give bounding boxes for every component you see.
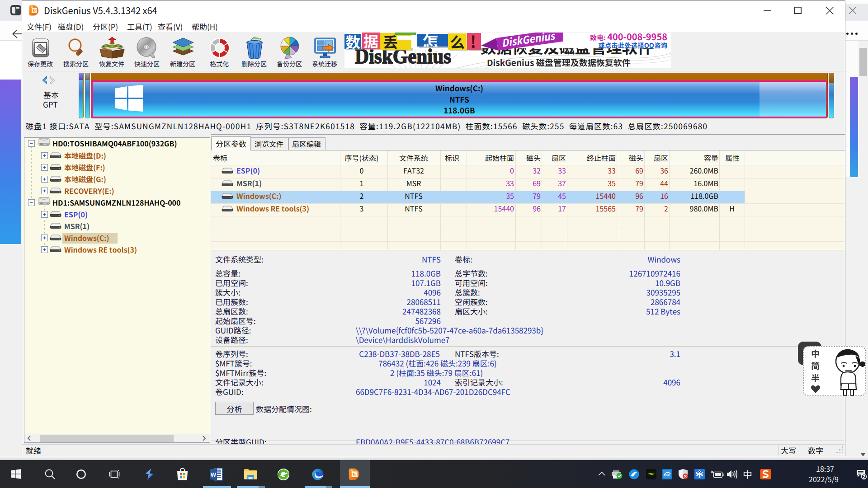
svg-text:2: 2	[863, 474, 865, 479]
svg-text:丢: 丢	[383, 33, 398, 52]
svg-text:据: 据	[363, 33, 378, 52]
svg-text:么: 么	[450, 33, 465, 52]
svg-text:!: !	[470, 33, 476, 52]
svg-text:数: 数	[345, 33, 360, 52]
svg-text:W: W	[211, 471, 217, 478]
svg-text:intel: intel	[664, 473, 670, 476]
svg-text:或点击此处选择QQ咨询: 或点击此处选择QQ咨询	[598, 40, 667, 50]
